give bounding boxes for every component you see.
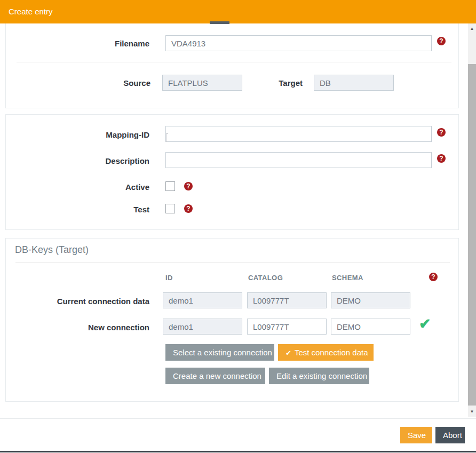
column-header-id: ID bbox=[165, 274, 173, 282]
description-label: Description bbox=[53, 156, 149, 165]
active-label: Active bbox=[53, 182, 149, 192]
check-icon: ✔ bbox=[285, 349, 291, 357]
window-bottom-edge bbox=[0, 451, 476, 452]
section-divider bbox=[15, 263, 450, 263]
test-label: Test bbox=[53, 205, 149, 214]
active-help-icon[interactable]: ? bbox=[184, 182, 193, 190]
edit-existing-connection-button[interactable]: Edit a existing connection bbox=[269, 368, 369, 384]
filename-help-icon[interactable]: ? bbox=[437, 37, 446, 45]
filename-input[interactable] bbox=[165, 35, 432, 51]
current-id-input bbox=[163, 292, 242, 308]
current-connection-label: Current connection data bbox=[32, 297, 149, 306]
mapping-id-help-icon[interactable]: ? bbox=[437, 128, 446, 137]
column-header-catalog: CATALOG bbox=[248, 274, 283, 282]
select-existing-connection-button[interactable]: Select a existing connection bbox=[165, 344, 274, 361]
target-input bbox=[314, 75, 394, 91]
text-cursor bbox=[166, 133, 167, 142]
db-keys-title: DB-Keys (Target) bbox=[15, 244, 89, 256]
db-keys-help-icon[interactable]: ? bbox=[429, 273, 438, 281]
target-label: Target bbox=[229, 78, 303, 88]
create-entry-dialog: Create entry Filename ? Source Target Ma… bbox=[0, 0, 476, 453]
source-label: Source bbox=[69, 78, 150, 88]
scroll-up-icon[interactable]: ▲ bbox=[468, 25, 476, 33]
column-header-schema: SCHEMA bbox=[332, 274, 363, 282]
footer-divider bbox=[0, 418, 476, 419]
new-id-input bbox=[163, 319, 242, 335]
test-connection-label: Test connection data bbox=[295, 348, 368, 357]
test-checkbox[interactable] bbox=[165, 204, 175, 213]
active-tab-indicator bbox=[210, 21, 229, 24]
scroll-down-icon[interactable]: ▼ bbox=[468, 408, 476, 416]
scrollbar-thumb[interactable] bbox=[468, 64, 476, 406]
dialog-title: Create entry bbox=[0, 0, 476, 23]
vertical-scrollbar[interactable]: ▲ ▼ bbox=[468, 23, 476, 417]
test-connection-button[interactable]: ✔Test connection data bbox=[278, 344, 374, 361]
save-button[interactable]: Save bbox=[400, 427, 432, 443]
mapping-id-input[interactable] bbox=[165, 126, 432, 142]
connection-ok-check-icon: ✔ bbox=[419, 316, 431, 332]
new-catalog-input[interactable] bbox=[247, 319, 327, 335]
description-help-icon[interactable]: ? bbox=[437, 154, 446, 163]
current-catalog-input bbox=[247, 292, 327, 308]
new-schema-input[interactable] bbox=[331, 319, 410, 335]
create-new-connection-button[interactable]: Create a new connection bbox=[165, 368, 265, 384]
current-schema-input bbox=[331, 292, 410, 308]
abort-button[interactable]: Abort bbox=[435, 427, 465, 443]
active-checkbox[interactable] bbox=[165, 181, 175, 191]
test-help-icon[interactable]: ? bbox=[184, 204, 193, 213]
description-input[interactable] bbox=[165, 152, 432, 168]
panel-divider bbox=[17, 62, 451, 62]
mapping-id-label: Mapping-ID bbox=[53, 130, 149, 139]
new-connection-label: New connection bbox=[32, 323, 149, 332]
filename-label: Filename bbox=[53, 39, 149, 48]
